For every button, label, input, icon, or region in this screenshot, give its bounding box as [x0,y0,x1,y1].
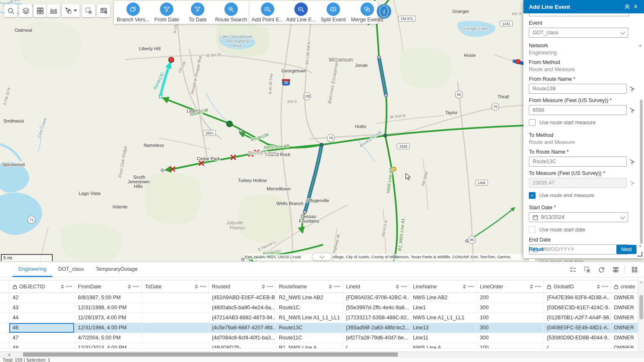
start-date-picker[interactable]: 9/13/2024 [529,212,628,222]
table-cell[interactable]: {4B4D8D75-... [209,343,276,348]
column-header-LineName[interactable]: LineName••• [410,280,477,293]
table-cell[interactable]: {... [544,343,611,348]
table-cell[interactable] [142,293,209,303]
reset-button[interactable]: Reset [529,246,544,252]
table-cell[interactable]: 12/31/1999, 4:00 PM [75,303,142,313]
table-row[interactable]: 474/7/2004, 5:00 PM{4d7084c8-6cf4-40f1-b… [0,333,638,343]
table-cell[interactable]: {452A9ABD-E0EF-4CEB-B... [209,293,276,303]
table-vertical-scrollbar[interactable]: ▲ ▼ [638,280,644,357]
table-cell[interactable]: R2_NWS Line AB2 [276,293,343,303]
table-cell[interactable]: {17233217-535B-488C-82... [343,313,410,323]
table-cell[interactable]: OWNER [611,293,638,303]
route-search-button[interactable]: Route Search [216,3,246,23]
table-cell[interactable]: 100 [477,313,544,323]
clear-table-selection-button[interactable] [581,263,593,276]
sort-icon[interactable] [61,285,64,289]
column-menu-icon[interactable]: ••• [267,284,273,289]
table-cell[interactable]: R1_NWS Line A... [276,343,343,348]
use-route-start-date-checkbox[interactable] [529,226,536,233]
column-header-OBJECTID[interactable]: OBJECTID••• [9,280,75,293]
table-cell[interactable]: 47 [9,333,75,343]
table-cell[interactable]: Route1C [276,303,343,313]
collapse-panel-button[interactable] [623,3,631,11]
event-select[interactable]: DOT_class [529,28,628,38]
sort-icon[interactable] [329,285,332,289]
table-cell[interactable]: 48 [9,343,75,348]
from-date-button[interactable]: From Date [154,3,179,23]
column-header-FromDate[interactable]: FromDate••• [75,280,142,293]
panel-resize-handle[interactable] [637,252,642,257]
row-gutter[interactable] [0,343,9,348]
table-cell[interactable]: {4d7084c8-6cf4-40f1-ba3... [209,333,276,343]
pick-measure-icon[interactable] [629,180,635,186]
column-header-GlobalID[interactable]: GlobalID••• [544,280,611,293]
table-cell[interactable]: OWNER [611,333,638,343]
panel-scrollbar[interactable]: ▲ ▼ [639,45,643,246]
table-horizontal-scrollbar[interactable] [0,352,644,357]
table-cell[interactable] [142,303,209,313]
row-gutter[interactable] [0,333,9,343]
table-cell[interactable]: {55e3997d-2ffc-4e4c-9a6... [343,303,410,313]
column-menu-icon[interactable]: ••• [468,284,474,289]
from-measure-input[interactable] [529,105,627,115]
select-tool-button[interactable] [62,4,80,17]
column-menu-icon[interactable]: ••• [200,284,206,289]
use-route-start-measure-checkbox[interactable] [529,119,536,126]
table-cell[interactable]: 300 [477,333,544,343]
table-cell[interactable]: {393ad56f-2a63-48fd-bc2... [343,323,410,333]
table-row[interactable]: 4812/31/2013, 4:00 PM{4B4D8D75-...R1_NWS… [0,343,638,349]
column-menu-icon[interactable]: ••• [602,284,608,289]
row-gutter[interactable] [0,303,9,313]
add-point-event-button[interactable]: Add Point E... [254,3,281,23]
table-cell[interactable]: {FD90A03C-9706-42BC-9... [343,293,410,303]
sort-icon[interactable] [128,285,131,289]
column-header-ToDate[interactable]: ToDate••• [142,280,209,293]
table-cell[interactable]: 4/7/2004, 5:00 PM [75,333,142,343]
table-cell[interactable]: 300 [477,303,544,313]
pick-route-icon[interactable] [629,159,635,165]
table-row[interactable]: 428/8/1987, 5:00 PM{452A9ABD-E0EF-4CEB-B… [0,293,638,303]
hide-columns-button[interactable] [609,263,622,276]
column-menu-icon[interactable]: ••• [133,284,139,289]
from-route-name-input[interactable] [529,84,627,94]
table-cell[interactable]: 12/31/2013, 4:00 PM [75,343,142,348]
tab-dot-class[interactable]: DOT_class [52,262,90,277]
column-header-RouteName[interactable]: RouteName••• [276,280,343,293]
layers-button[interactable] [19,4,32,17]
table-cell[interactable]: 12/31/1994, 4:00 PM [75,323,142,333]
use-route-end-measure-checkbox[interactable]: ✓ [529,192,536,199]
table-cell[interactable]: 46 [9,323,75,333]
show-selected-records-button[interactable] [567,263,579,276]
add-line-event-button[interactable]: Add Line E... [287,3,315,23]
table-cell[interactable] [142,333,209,343]
table-cell[interactable]: 8/8/1987, 5:00 PM [75,293,142,303]
table-row[interactable]: 4312/31/1999, 4:00 PM{4600abc5-ba90-4e24… [0,303,638,313]
column-header-create[interactable]: create [611,280,638,293]
table-row[interactable]: 4612/31/1994, 4:00 PM{4c5e79a6-6687-4207… [0,323,638,333]
table-options-button[interactable] [628,263,641,276]
next-button[interactable]: Next [616,245,636,254]
row-gutter[interactable] [0,293,9,303]
close-panel-button[interactable]: × [631,3,640,11]
table-cell[interactable]: {... [343,343,410,348]
table-row[interactable]: 4411/29/1973, 4:00 PM{47214AB3-6882-4873… [0,313,638,323]
to-date-button[interactable]: To Date [185,3,210,23]
search-button[interactable] [4,4,17,17]
sort-icon[interactable] [396,285,399,289]
table-cell[interactable]: 200 [477,293,544,303]
table-cell[interactable]: Route13C [276,323,343,333]
sort-icon[interactable] [597,285,600,289]
table-cell[interactable]: OWNER [611,323,638,333]
tab-temporary-outage[interactable]: TemporaryOutage [90,262,144,277]
pick-measure-icon[interactable] [629,107,635,113]
table-cell[interactable]: {ef277a28-79d6-40d7-be... [343,333,410,343]
clear-selection-button[interactable] [82,4,95,17]
table-cell[interactable]: {53080D9D-ED8B-4044-9... [544,333,611,343]
table-cell[interactable]: {03D6EC3D-61E7-424C-9... [544,303,611,313]
table-cell[interactable]: Line1 [410,303,477,313]
info-button[interactable]: i [377,4,391,18]
table-cell[interactable] [142,323,209,333]
row-gutter[interactable] [0,313,9,323]
table-cell[interactable]: OWNER [611,313,638,323]
table-cell[interactable]: {4c5e79a6-6687-4207-8fd... [209,323,276,333]
